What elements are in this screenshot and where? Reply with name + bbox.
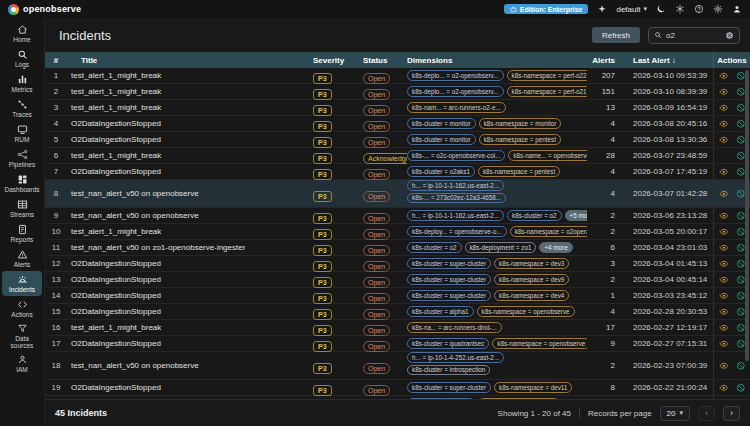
- moon-icon[interactable]: [656, 4, 666, 14]
- dimensions-cell: k8s-nam... = arc-runners-o2-e...: [407, 102, 587, 113]
- resolve-incident-icon[interactable]: [736, 103, 746, 113]
- sidebar-item-label: Dashboards: [4, 186, 39, 193]
- view-incident-icon[interactable]: [719, 87, 729, 97]
- resolve-incident-icon[interactable]: [736, 361, 746, 371]
- sidebar-item-streams[interactable]: Streams: [2, 196, 42, 221]
- sidebar-item-label: Streams: [10, 211, 34, 218]
- resolve-incident-icon[interactable]: [736, 151, 746, 161]
- resolve-incident-icon[interactable]: [736, 119, 746, 129]
- sidebar-item-data-sources[interactable]: Data sources: [2, 321, 42, 351]
- incident-row-17[interactable]: 17O2DataIngestionStoppedP3Openk8s-cluste…: [45, 336, 750, 352]
- trace-nodes-icon: [17, 99, 28, 110]
- resolve-incident-icon[interactable]: [736, 383, 746, 393]
- sidebar-item-iam[interactable]: IAM: [2, 351, 42, 376]
- alerts-count: 2: [587, 361, 627, 370]
- status-badge: Open: [363, 191, 390, 202]
- row-number: 14: [45, 291, 67, 300]
- alert-triangle-icon: [17, 249, 28, 260]
- next-page-button[interactable]: ›: [723, 406, 740, 421]
- resolve-incident-icon[interactable]: [736, 339, 746, 349]
- view-incident-icon[interactable]: [719, 167, 729, 177]
- prev-page-button[interactable]: ‹: [698, 406, 715, 421]
- dimension-chip: k8s-na... = arc-runners-dind-...: [407, 322, 502, 333]
- incident-title: O2DataIngestionStopped: [67, 167, 305, 176]
- table-header-row: #TitleSeverityStatusDimensionsAlertsLast…: [45, 52, 750, 68]
- resolve-incident-icon[interactable]: [736, 135, 746, 145]
- resolve-incident-icon[interactable]: [736, 211, 746, 221]
- view-incident-icon[interactable]: [719, 275, 729, 285]
- last-alert-time: 2026-02-27 07:15:31: [627, 339, 713, 348]
- last-alert-time: 2026-03-04 23:01:03: [627, 243, 713, 252]
- column-header-last-alert[interactable]: Last Alert ↓: [627, 56, 713, 65]
- last-alert-time: 2026-03-03 23:45:12: [627, 291, 713, 300]
- dimensions-cell: k8s-deploy... = openobserve-o...k8s-name…: [407, 226, 587, 237]
- dimension-chip: k8s-namespace = dev9: [494, 274, 569, 285]
- resolve-incident-icon[interactable]: [736, 275, 746, 285]
- view-incident-icon[interactable]: [719, 291, 729, 301]
- incident-row-8[interactable]: 8test_nan_alert_v50 on openobserveP3Open…: [45, 180, 750, 208]
- incident-row-20[interactable]: 20O2DataIngestionStoppedP3Openk8s-cluste…: [45, 396, 750, 399]
- view-incident-icon[interactable]: [719, 227, 729, 237]
- sidebar-item-home[interactable]: Home: [2, 21, 42, 46]
- more-dimensions-chip[interactable]: +5 more: [565, 210, 587, 221]
- sidebar-item-metrics[interactable]: Metrics: [2, 71, 42, 96]
- view-incident-icon[interactable]: [719, 259, 729, 269]
- resolve-incident-icon[interactable]: [736, 87, 746, 97]
- scrollbar-thumb[interactable]: [745, 70, 749, 361]
- view-incident-icon[interactable]: [719, 71, 729, 81]
- help-icon[interactable]: [694, 4, 704, 14]
- sparkle-ai-icon[interactable]: [597, 4, 607, 14]
- search-input[interactable]: [666, 31, 721, 40]
- view-incident-icon[interactable]: [719, 243, 729, 253]
- sidebar-item-incidents[interactable]: Incidents: [2, 271, 42, 296]
- filter-funnel-icon: [17, 323, 28, 334]
- incident-row-18[interactable]: 18test_nan_alert_v50 on openobserveP3Ope…: [45, 352, 750, 380]
- view-incident-icon[interactable]: [719, 119, 729, 129]
- view-incident-icon[interactable]: [719, 103, 729, 113]
- sidebar-item-pipelines[interactable]: Pipelines: [2, 146, 42, 171]
- refresh-button[interactable]: Refresh: [592, 27, 640, 43]
- alerts-count: 2: [587, 227, 627, 236]
- sidebar-item-actions[interactable]: Actions: [2, 296, 42, 321]
- incident-row-7[interactable]: 7O2DataIngestionStoppedP3Openk8s-cluster…: [45, 164, 750, 180]
- flake-icon[interactable]: [675, 4, 685, 14]
- more-dimensions-chip[interactable]: +4 more: [539, 242, 572, 253]
- resolve-incident-icon[interactable]: [736, 323, 746, 333]
- resolve-incident-icon[interactable]: [736, 243, 746, 253]
- sidebar-item-rum[interactable]: RUM: [2, 121, 42, 146]
- brand[interactable]: openobserve: [8, 4, 81, 15]
- sidebar-item-alerts[interactable]: Alerts: [2, 246, 42, 271]
- incident-count: 45 Incidents: [55, 408, 107, 418]
- view-incident-icon[interactable]: [719, 383, 729, 393]
- resolve-incident-icon[interactable]: [736, 227, 746, 237]
- view-incident-icon[interactable]: [719, 307, 729, 317]
- person-icon[interactable]: [732, 4, 742, 14]
- dimension-chip: k8s-namespace = pentest: [479, 134, 561, 145]
- view-incident-icon[interactable]: [719, 189, 729, 199]
- resolve-incident-icon[interactable]: [736, 307, 746, 317]
- sidebar-item-reports[interactable]: Reports: [2, 221, 42, 246]
- clear-search-icon[interactable]: [725, 31, 734, 40]
- view-incident-icon[interactable]: [719, 339, 729, 349]
- gear-icon[interactable]: [713, 4, 723, 14]
- resolve-incident-icon[interactable]: [736, 259, 746, 269]
- page-size-select[interactable]: 20 ▾: [660, 406, 690, 421]
- incident-title: O2DataIngestionStopped: [67, 307, 305, 316]
- incident-title: O2DataIngestionStopped: [67, 119, 305, 128]
- view-incident-icon[interactable]: [719, 211, 729, 221]
- sidebar-item-logs[interactable]: Logs: [2, 46, 42, 71]
- resolve-incident-icon[interactable]: [736, 189, 746, 199]
- dimension-chip: k8s-cluster = super-cluster: [407, 258, 491, 269]
- view-incident-icon[interactable]: [719, 361, 729, 371]
- dimensions-cell: k8s-cluster = quadrantseck8s-namespace =…: [407, 338, 587, 349]
- sidebar-item-traces[interactable]: Traces: [2, 96, 42, 121]
- app-root: openobserve Edition: Enterprise default …: [0, 0, 750, 426]
- resolve-incident-icon[interactable]: [736, 167, 746, 177]
- resolve-incident-icon[interactable]: [736, 71, 746, 81]
- pipeline-nodes-icon: [17, 149, 28, 160]
- view-incident-icon[interactable]: [719, 135, 729, 145]
- org-selector[interactable]: default ▾: [616, 5, 647, 14]
- sidebar-item-dashboards[interactable]: Dashboards: [2, 171, 42, 196]
- view-incident-icon[interactable]: [719, 323, 729, 333]
- resolve-incident-icon[interactable]: [736, 291, 746, 301]
